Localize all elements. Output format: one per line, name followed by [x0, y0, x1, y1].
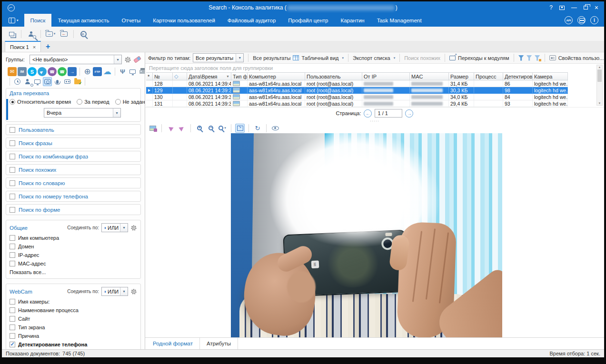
col-num[interactable]: № [153, 73, 173, 80]
show-all-link[interactable]: Показать все... [10, 269, 137, 275]
checkbox[interactable] [10, 325, 15, 330]
checkbox[interactable] [10, 207, 15, 213]
search-by-id-button[interactable] [78, 29, 89, 39]
info-icon[interactable]: i [590, 16, 598, 24]
user-properties-button[interactable]: Свойства пользо... [558, 55, 604, 61]
filter-funnel-clear-button[interactable] [527, 55, 532, 61]
zoom-in-button[interactable] [195, 124, 204, 133]
checkbox-ip-address[interactable]: IP-адрес [10, 252, 137, 258]
col-filetype[interactable]: Тип фа [231, 73, 248, 80]
minimize-button[interactable]: — [571, 4, 577, 11]
radio-relative-time[interactable]: Относительное время [10, 99, 71, 105]
table-view-button[interactable]: Табличный вид [301, 55, 338, 61]
viber-icon[interactable] [48, 67, 57, 76]
checkbox[interactable] [10, 244, 15, 249]
checkbox-domain[interactable]: Домен [10, 244, 137, 249]
checkbox[interactable] [10, 127, 15, 133]
mail-icon[interactable] [8, 67, 17, 76]
user-search-button[interactable] [25, 29, 37, 39]
col-camera[interactable]: Камера [533, 73, 568, 80]
zoom-level-button[interactable]: ▾ [218, 124, 227, 133]
filter-funnel-edit-button[interactable] [535, 55, 540, 61]
checkbox[interactable] [10, 194, 15, 199]
checkbox[interactable] [10, 252, 15, 258]
chevron-down-icon[interactable] [114, 55, 121, 64]
radio-period[interactable]: За период [77, 99, 109, 105]
col-tag[interactable]: ◇ [173, 73, 187, 80]
tab-attributes[interactable]: Атрибуты [200, 338, 238, 349]
col-process[interactable]: Процесс [474, 73, 503, 80]
export-folder-button[interactable]: ▾ [45, 29, 56, 39]
all-results-button[interactable]: Все результаты [253, 55, 290, 61]
close-button[interactable]: × [595, 4, 598, 11]
groups-settings-button[interactable] [124, 56, 131, 63]
checkbox-screen-type[interactable]: Тип экрана [10, 325, 137, 330]
checkbox-phone-detection[interactable]: Детектирование телефона [10, 342, 137, 347]
skype-icon[interactable] [28, 67, 37, 76]
menu-tab-task-management[interactable]: Task Management [371, 14, 428, 27]
http-icon[interactable] [83, 67, 92, 76]
webcam-join-select[interactable]: ◑ ИЛИ [101, 287, 128, 296]
close-tab-icon[interactable]: × [33, 44, 36, 50]
filter-form[interactable]: Поиск по форме [6, 204, 141, 215]
fit-to-window-button[interactable] [235, 124, 245, 133]
col-user[interactable]: Пользователь [305, 73, 362, 80]
chevron-down-icon[interactable] [236, 54, 243, 62]
audio-record-icon[interactable] [63, 77, 72, 86]
add-tab-button[interactable]: + [41, 41, 55, 52]
checkbox[interactable] [10, 235, 15, 241]
checkbox[interactable] [10, 299, 15, 305]
checkbox[interactable] [10, 154, 15, 159]
new-search-window-button[interactable] [6, 29, 17, 39]
next-page-button[interactable]: → [405, 109, 413, 118]
cloud-icon[interactable] [103, 67, 112, 76]
zoom-out-button[interactable] [206, 124, 216, 133]
chevron-down-icon[interactable]: ▾ [394, 56, 396, 60]
filter-phrase-combination[interactable]: Поиск по комбинации фраз [6, 151, 141, 162]
go-to-modules-button[interactable]: Переходы к модулям [458, 55, 509, 61]
checkbox-site[interactable]: Сайт [10, 316, 137, 322]
rotate-right-button[interactable] [177, 124, 187, 133]
col-size[interactable]: Размер [449, 73, 474, 80]
chevron-down-icon[interactable] [113, 108, 120, 117]
time-tracking-icon[interactable] [13, 77, 22, 86]
checkbox[interactable] [10, 140, 15, 146]
search-similar-button-disabled[interactable]: Поиск похожих [404, 55, 440, 61]
vertical-scrollbar[interactable]: ▲ ▼ [596, 65, 603, 106]
scroll-up-icon[interactable]: ▲ [598, 66, 601, 69]
doc-tab-search-1[interactable]: Поиск 1 × [5, 41, 41, 52]
checkbox[interactable] [10, 333, 15, 339]
usb-icon[interactable] [118, 67, 127, 76]
menu-tab-user-cards[interactable]: Карточки пользователей [147, 14, 221, 27]
auto-refresh-button[interactable]: ↻ [253, 124, 262, 133]
network-monitoring-icon[interactable] [128, 67, 137, 76]
rotate-left-button[interactable] [166, 124, 175, 133]
scroll-thumb[interactable] [597, 69, 602, 82]
table-row[interactable]: 128 08.06.2021 14:39:41 aas-w81x64ru.aas… [146, 80, 568, 87]
ftp-icon[interactable] [93, 67, 102, 76]
agent-icon[interactable] [68, 67, 77, 76]
checkbox-computer-name[interactable]: Имя компьютера [10, 235, 137, 241]
chevron-down-icon[interactable] [120, 287, 128, 295]
table-row[interactable]: 130 08.06.2021 14:39:36 aas-w81x64ru.aas… [146, 94, 568, 100]
checkbox-process-name[interactable]: Наименование процесса [10, 307, 137, 313]
restore-button[interactable] [584, 6, 588, 10]
visibility-button[interactable] [270, 124, 280, 133]
export-image-button[interactable] [148, 124, 158, 133]
groups-select[interactable]: <Не выбрано> [30, 55, 122, 64]
col-ip[interactable]: От IP [362, 73, 410, 80]
col-detected[interactable]: Детектирова [503, 73, 533, 80]
services-icon[interactable] [577, 16, 586, 24]
api-icon[interactable]: API [565, 16, 573, 24]
filter-phone-number[interactable]: Поиск по номеру телефона [6, 191, 141, 202]
menu-tab-current-activity[interactable]: Текущая активность [51, 14, 115, 27]
menu-tab-reports[interactable]: Отчеты [115, 14, 147, 27]
col-mac[interactable]: MAC [410, 73, 449, 80]
menu-tab-search[interactable]: Поиск [24, 14, 52, 27]
checkbox-mac-address[interactable]: MAC-адрес [10, 261, 137, 266]
export-list-button[interactable]: Экспорт списка [353, 55, 390, 61]
printer-icon[interactable] [138, 67, 145, 76]
tab-native-format[interactable]: Родной формат [146, 338, 200, 349]
radio-not-set[interactable]: Не задано [115, 99, 145, 105]
chevron-down-icon[interactable] [120, 224, 128, 232]
